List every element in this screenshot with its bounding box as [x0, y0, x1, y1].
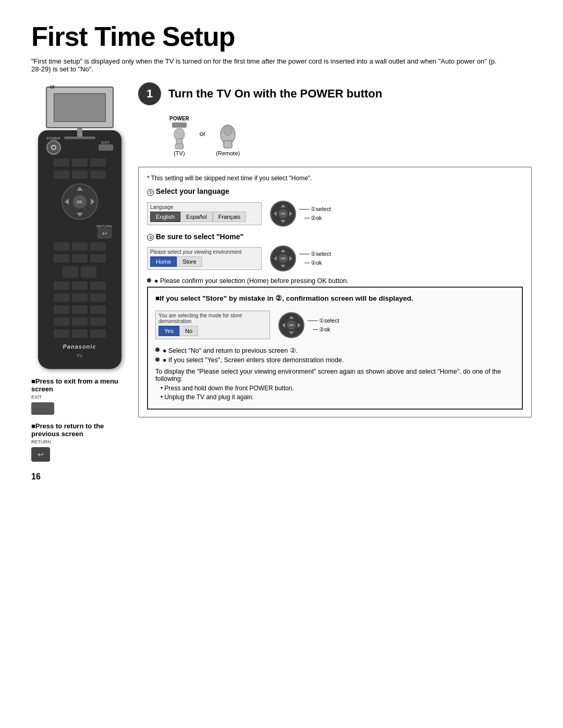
store-dpad-area: OK ①select ②ok	[278, 312, 339, 338]
return-key-button[interactable]: ↩	[31, 447, 50, 462]
remote-exit-button[interactable]	[99, 144, 113, 151]
step1-circle: 1	[138, 82, 161, 105]
remote-btn-20[interactable]	[72, 305, 88, 314]
remote-btn-6[interactable]	[90, 170, 106, 179]
remote-btn-3[interactable]	[90, 158, 106, 167]
mini-dpad2-right	[289, 256, 292, 261]
substep1-num: ①	[147, 189, 154, 196]
substep1-screen-title: Language	[150, 204, 259, 210]
store-option-no: No	[179, 326, 198, 336]
remote-control: POWER EXIT	[38, 130, 121, 369]
intro-text: "First time setup" is displayed only whe…	[31, 57, 500, 73]
remote-btn-12[interactable]	[90, 254, 106, 263]
confirm-note-text: ● Please confirm your selection (Home) b…	[154, 277, 348, 285]
store-ok-label: ②ok	[319, 326, 331, 333]
substep1-section: ① Select your language Language English …	[147, 187, 523, 228]
remote-power-hand: (Remote)	[216, 124, 240, 156]
remote-btn-25[interactable]	[54, 329, 69, 338]
remote-btn-26[interactable]	[72, 329, 88, 338]
dpad-down-arrow[interactable]	[77, 213, 83, 217]
store-mini-dpad: OK	[278, 312, 304, 338]
tv-power-hand: POWER (TV)	[169, 116, 189, 156]
remote-btn-11[interactable]	[72, 254, 88, 263]
mini-dpad-down	[280, 220, 286, 223]
mini-dpad2-up	[280, 249, 286, 252]
mini-dpad-left	[274, 211, 277, 216]
remote-btn-24[interactable]	[90, 317, 106, 326]
option-home: Home	[150, 256, 177, 267]
exit-press-item: ■Press to exit from a menu screen EXIT	[31, 377, 128, 415]
dpad-ok-center[interactable]: OK	[73, 195, 87, 208]
power-icons-row: POWER (TV) or	[169, 116, 532, 156]
remote-tv-label: TV	[77, 353, 83, 359]
remote-btn-13[interactable]	[54, 281, 69, 290]
remote-return-button[interactable]: ↩	[97, 228, 112, 239]
exit-press-label: ■Press to exit from a menu screen	[31, 377, 128, 393]
remote-btn-16[interactable]	[54, 293, 69, 302]
remote-btn-8[interactable]	[72, 242, 88, 251]
store-note1-text: ● Select "No" and return to previous scr…	[163, 347, 298, 354]
remote-btn-1[interactable]	[54, 158, 69, 167]
substep2-dpad-area: OK ①select ②ok	[270, 245, 331, 272]
remote-btn-wide-2[interactable]	[81, 266, 96, 278]
dpad-up-arrow[interactable]	[77, 187, 83, 191]
remote-btn-18[interactable]	[90, 293, 106, 302]
remote-btn-9[interactable]	[90, 242, 106, 251]
page-number: 16	[31, 472, 532, 482]
confirm-note: ● Please confirm your selection (Home) b…	[147, 277, 523, 285]
remote-dpad[interactable]: OK	[62, 183, 98, 220]
remote-btn-14[interactable]	[72, 281, 88, 290]
remote-btn-22[interactable]	[54, 317, 69, 326]
remote-hand-icon	[216, 124, 239, 150]
substep2-ok-label: ②ok	[311, 260, 322, 266]
option-francais: Français	[213, 212, 246, 222]
step1-title: Turn the TV On with the POWER button	[168, 87, 382, 101]
mini-dpad-right	[289, 211, 292, 216]
instruction-box: * This setting will be skipped next time…	[138, 167, 532, 417]
mini-dpad2-left	[274, 256, 277, 261]
store-screen-title: You are selecting the mode for store dem…	[158, 313, 267, 324]
power-top-label: POWER	[169, 116, 189, 121]
exit-key-label: EXIT	[31, 394, 128, 400]
tv-device: or	[46, 82, 114, 128]
store-bullet2	[155, 357, 160, 362]
remote-btn-4[interactable]	[54, 170, 69, 179]
svg-point-5	[224, 125, 232, 135]
remote-btn-15[interactable]	[90, 281, 106, 290]
mini-dpad3-up	[289, 316, 294, 319]
substep1-title: Select your language	[156, 187, 229, 195]
substep1-mini-dpad: OK	[270, 201, 296, 227]
remote-btn-19[interactable]	[54, 305, 69, 314]
remote-btn-27[interactable]	[90, 329, 106, 338]
store-select-label: ①select	[319, 317, 339, 324]
store-control-row: You are selecting the mode for store dem…	[155, 307, 515, 342]
exit-key-button[interactable]	[31, 402, 54, 415]
remote-btn-17[interactable]	[72, 293, 88, 302]
mini-dpad-up	[280, 204, 286, 207]
page-title: First Time Setup	[31, 21, 532, 52]
remote-power-button[interactable]	[46, 140, 61, 155]
store-screen: You are selecting the mode for store dem…	[155, 307, 270, 342]
remote-exit-label-text: EXIT	[102, 141, 110, 144]
step1-header: 1 Turn the TV On with the POWER button	[138, 82, 532, 105]
store-para: To display the "Please select your viewi…	[155, 368, 515, 382]
remote-btn-23[interactable]	[72, 317, 88, 326]
substep2-select-label: ①select	[311, 251, 331, 257]
remote-btn-2[interactable]	[72, 158, 88, 167]
mini-dpad3-right	[298, 323, 301, 328]
remote-btn-wide-1[interactable]	[63, 266, 78, 278]
substep1-dpad-area: OK ①select ②ok	[270, 201, 331, 227]
store-sub-bullet-2: • Unplug the TV and plug it again.	[161, 393, 515, 401]
dpad-right-arrow[interactable]	[91, 199, 95, 205]
tv-or-label: or	[50, 83, 55, 90]
substep2-mini-dpad: OK	[270, 245, 296, 272]
mini-dpad2-ok: OK	[278, 254, 288, 263]
mini-dpad2-down	[280, 265, 286, 268]
dpad-left-arrow[interactable]	[65, 199, 69, 205]
remote-btn-21[interactable]	[90, 305, 106, 314]
remote-btn-10[interactable]	[54, 254, 69, 263]
remote-btn-5[interactable]	[72, 170, 88, 179]
svg-rect-4	[224, 141, 232, 148]
remote-return-label-text: RETURN	[96, 225, 112, 228]
remote-btn-7[interactable]	[54, 242, 69, 251]
